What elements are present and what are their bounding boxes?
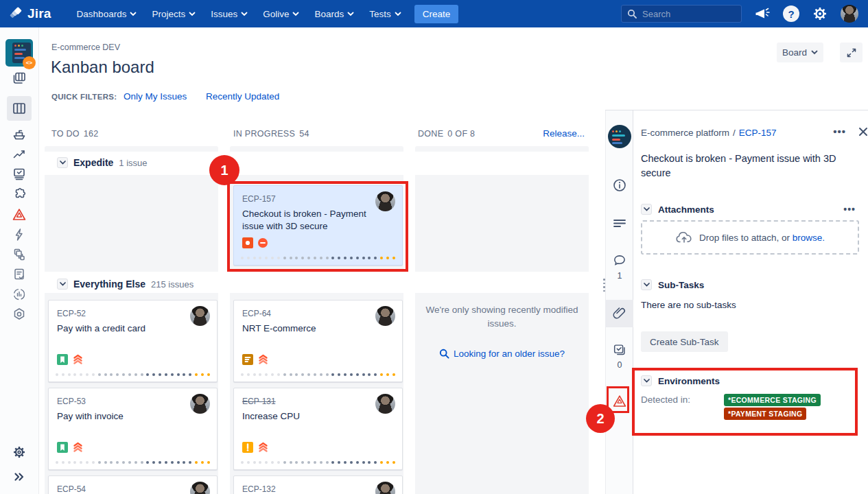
card-key[interactable]: ECP-131 bbox=[242, 397, 276, 406]
card-key[interactable]: ECP-54 bbox=[57, 484, 86, 494]
jira-logo[interactable]: Jira bbox=[10, 6, 51, 21]
user-avatar[interactable] bbox=[841, 5, 858, 23]
days-in-column-dots bbox=[241, 257, 395, 259]
comment-count: 1 bbox=[606, 271, 633, 281]
detected-in-label: Detected in: bbox=[641, 395, 690, 405]
settings-gear-icon[interactable] bbox=[812, 5, 828, 22]
collapse-swimlane-icon[interactable] bbox=[57, 157, 68, 168]
rail-description-icon[interactable] bbox=[612, 215, 627, 231]
older-issue-link[interactable]: Looking for an older issue? bbox=[415, 349, 589, 359]
card-key[interactable]: ECP-132 bbox=[242, 484, 276, 494]
project-sidebar: <> bbox=[0, 27, 39, 494]
collapse-section-icon[interactable] bbox=[641, 204, 652, 215]
assignee-avatar[interactable] bbox=[190, 482, 210, 494]
sidebar-alerts-triangle-icon[interactable] bbox=[12, 207, 27, 222]
collapse-section-icon[interactable] bbox=[641, 375, 652, 386]
sidebar-structure-icon[interactable] bbox=[12, 247, 27, 262]
environment-badge-ecommerce-staging[interactable]: *ECOMMERCE STAGING bbox=[724, 394, 821, 406]
detail-close-icon[interactable] bbox=[857, 126, 868, 139]
card-ecp-132[interactable]: ECP-132 bbox=[233, 475, 403, 494]
card-key[interactable]: ECP-53 bbox=[57, 397, 86, 406]
card-ecp-53[interactable]: ECP-53 Pay with invoice bbox=[48, 388, 218, 470]
kanban-board: TO DO162 IN PROGRESS54 DONE0 OF 8 Releas… bbox=[39, 110, 605, 494]
card-title: Increase CPU bbox=[242, 410, 373, 423]
search-input[interactable] bbox=[642, 9, 731, 19]
issue-type-incident-icon bbox=[242, 442, 253, 453]
expand-sidebar-icon[interactable] bbox=[12, 469, 27, 484]
detail-issue-key-link[interactable]: ECP-157 bbox=[739, 128, 777, 138]
board-menu-button[interactable]: Board bbox=[777, 43, 823, 62]
browse-link[interactable]: browse. bbox=[793, 233, 825, 243]
nav-menu-dashboards[interactable]: Dashboards bbox=[69, 0, 145, 27]
collapse-swimlane-icon[interactable] bbox=[57, 279, 68, 290]
card-ecp-54[interactable]: ECP-54 bbox=[48, 475, 218, 494]
nav-menu-projects[interactable]: Projects bbox=[144, 0, 203, 27]
announcements-megaphone-icon[interactable] bbox=[754, 5, 771, 22]
priority-highest-icon bbox=[72, 353, 84, 365]
sidebar-hex-settings-icon[interactable] bbox=[12, 307, 27, 322]
card-ecp-131[interactable]: ECP-131 Increase CPU bbox=[233, 388, 403, 470]
rail-environments-triangle-icon[interactable] bbox=[612, 393, 627, 408]
assignee-avatar[interactable] bbox=[375, 394, 395, 414]
sidebar-cycle-report-icon[interactable] bbox=[12, 287, 27, 302]
environment-badge-payment-staging[interactable]: *PAYMENT STAGING bbox=[724, 408, 806, 420]
breadcrumb[interactable]: E-commerce DEV bbox=[51, 43, 120, 52]
chevron-down-icon bbox=[395, 12, 401, 16]
column-top-strip bbox=[230, 146, 403, 152]
board-settings-gear-icon[interactable] bbox=[12, 445, 27, 460]
rail-attachments-paperclip-icon[interactable] bbox=[612, 306, 627, 321]
assignee-avatar[interactable] bbox=[375, 482, 395, 494]
card-key[interactable]: ECP-157 bbox=[242, 194, 276, 204]
sidebar-addons-puzzle-icon[interactable] bbox=[12, 187, 27, 202]
detail-breadcrumb: E-commerce platform/ECP-157 bbox=[641, 128, 777, 138]
sidebar-issues-tray-icon[interactable] bbox=[12, 167, 27, 182]
assignee-avatar[interactable] bbox=[375, 306, 395, 326]
nav-menu-boards[interactable]: Boards bbox=[307, 0, 362, 27]
search-box[interactable] bbox=[621, 5, 742, 23]
card-title: Checkout is broken - Payment issue with … bbox=[242, 208, 373, 233]
column-header-inprogress: IN PROGRESS54 bbox=[233, 129, 309, 139]
issue-type-story-icon bbox=[57, 442, 68, 453]
search-icon bbox=[627, 9, 637, 19]
sidebar-releases-ship-icon[interactable] bbox=[12, 127, 27, 142]
assignee-avatar[interactable] bbox=[190, 394, 210, 414]
rail-comments-icon[interactable] bbox=[612, 253, 627, 268]
detail-more-actions-icon[interactable]: ••• bbox=[833, 126, 846, 137]
fullscreen-button[interactable] bbox=[840, 43, 863, 62]
nav-menu-golive[interactable]: Golive bbox=[255, 0, 307, 27]
nav-menu-tests[interactable]: Tests bbox=[362, 0, 409, 27]
sidebar-kanban-board-icon[interactable] bbox=[12, 101, 27, 116]
create-button[interactable]: Create bbox=[414, 5, 459, 23]
collapse-section-icon[interactable] bbox=[641, 279, 652, 290]
card-key[interactable]: ECP-52 bbox=[57, 309, 86, 318]
page-title: Kanban board bbox=[51, 58, 154, 77]
rail-subtasks-icon[interactable] bbox=[612, 342, 627, 357]
quick-filter-only-my-issues[interactable]: Only My Issues bbox=[124, 91, 187, 102]
attachments-more-icon[interactable]: ••• bbox=[843, 204, 856, 215]
sidebar-checklist-doc-icon[interactable] bbox=[12, 267, 27, 282]
sidebar-boards-stack-icon[interactable] bbox=[12, 71, 27, 86]
help-icon[interactable]: ? bbox=[783, 5, 799, 22]
sidebar-automation-lightning-icon[interactable] bbox=[12, 227, 27, 242]
card-key[interactable]: ECP-64 bbox=[242, 309, 271, 318]
card-ecp-52[interactable]: ECP-52 Pay with a credit card bbox=[48, 300, 218, 382]
attachment-dropzone[interactable]: Drop files to attach, or browse. bbox=[641, 220, 859, 255]
panel-resize-handle[interactable] bbox=[603, 279, 605, 292]
priority-blocker-icon bbox=[257, 237, 268, 248]
project-avatar[interactable]: <> bbox=[5, 39, 33, 67]
days-in-column-dots bbox=[241, 461, 395, 464]
rail-details-info-icon[interactable] bbox=[612, 178, 627, 193]
assignee-avatar[interactable] bbox=[375, 191, 395, 211]
create-subtask-button[interactable]: Create Sub-Task bbox=[641, 331, 728, 352]
release-link[interactable]: Release... bbox=[543, 128, 585, 139]
chevron-down-icon bbox=[189, 12, 196, 16]
quick-filter-recently-updated[interactable]: Recently Updated bbox=[206, 91, 279, 102]
card-ecp-157[interactable]: ECP-157 Checkout is broken - Payment iss… bbox=[233, 185, 403, 266]
assignee-avatar[interactable] bbox=[190, 306, 210, 326]
detail-project-name[interactable]: E-commerce platform bbox=[641, 128, 729, 138]
card-ecp-64[interactable]: ECP-64 NRT E-commerce bbox=[233, 300, 403, 382]
sidebar-reports-chart-icon[interactable] bbox=[12, 147, 27, 162]
days-in-column-dots bbox=[56, 461, 210, 464]
project-avatar-round[interactable] bbox=[608, 125, 631, 148]
nav-menu-issues[interactable]: Issues bbox=[203, 0, 255, 27]
